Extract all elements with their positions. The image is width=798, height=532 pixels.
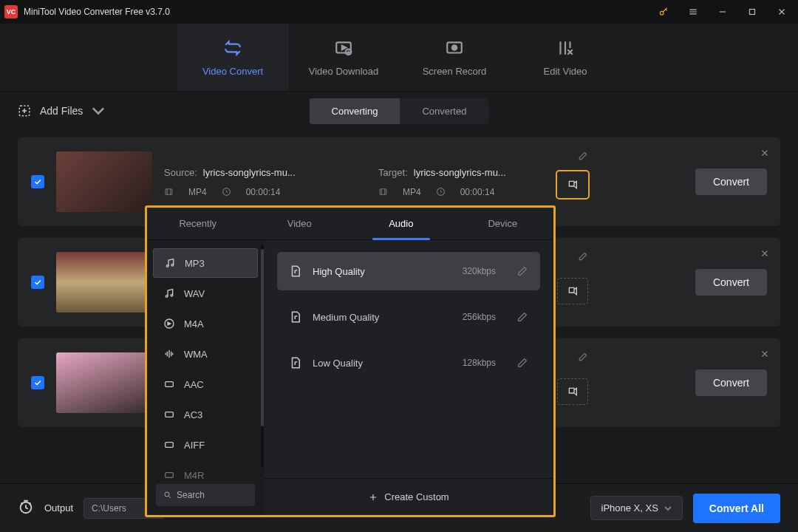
schedule-icon[interactable] [18, 499, 34, 518]
format-m4a[interactable]: M4A [153, 309, 258, 338]
duration: 00:00:14 [460, 187, 495, 197]
quality-label: Medium Quality [313, 312, 379, 323]
svg-rect-17 [166, 382, 174, 387]
bitrate: 256kbps [463, 312, 496, 322]
file-audio-icon [289, 265, 302, 278]
plus-icon [368, 492, 378, 502]
source-filename: lyrics-songlyrics-mu... [203, 167, 296, 178]
output-label: Output [44, 502, 73, 514]
target-format-button[interactable] [557, 171, 588, 198]
tab-audio[interactable]: Audio [350, 208, 452, 239]
tab-device[interactable]: Device [452, 208, 554, 239]
nav-label: Video Convert [202, 66, 263, 77]
quality-label: High Quality [313, 266, 365, 277]
minimize-icon[interactable] [711, 1, 734, 22]
checkbox[interactable] [31, 175, 44, 188]
svg-point-21 [165, 492, 169, 497]
record-icon [443, 38, 466, 58]
remove-row-icon[interactable] [760, 349, 770, 362]
format-aac[interactable]: AAC [153, 369, 258, 399]
device-dropdown[interactable]: iPhone X, XS [590, 496, 683, 520]
format-mp3[interactable]: MP3 [153, 248, 258, 278]
convert-button[interactable]: Convert [695, 168, 767, 195]
app-logo: VC [4, 5, 18, 18]
checkbox[interactable] [31, 276, 44, 289]
titlebar: VC MiniTool Video Converter Free v3.7.0 [0, 0, 798, 24]
svg-rect-10 [380, 189, 386, 195]
tab-video[interactable]: Video [249, 208, 351, 239]
bitrate: 320kbps [463, 266, 496, 276]
remove-row-icon[interactable] [760, 148, 770, 161]
nav-video-convert[interactable]: Video Convert [177, 24, 288, 91]
hamburger-icon[interactable] [681, 1, 705, 22]
quality-label: Low Quality [313, 358, 363, 369]
app-title: MiniTool Video Converter Free v3.7.0 [24, 7, 646, 17]
edit-target-icon[interactable] [578, 251, 588, 265]
quality-list: High Quality 320kbps Medium Quality 256k… [264, 240, 553, 515]
svg-point-12 [166, 265, 168, 267]
chevron-down-icon [92, 104, 105, 117]
create-custom-label: Create Custom [384, 491, 449, 502]
edit-icon[interactable] [516, 265, 528, 277]
svg-marker-3 [342, 46, 346, 50]
tab-converted[interactable]: Converted [400, 98, 488, 124]
target-filename: lyrics-songlyrics-mu... [414, 167, 506, 178]
close-icon[interactable] [770, 1, 794, 22]
svg-point-0 [660, 11, 664, 15]
main-nav: Video Convert Video Download Screen Reco… [0, 24, 798, 92]
convert-all-button[interactable]: Convert All [693, 494, 780, 523]
quality-medium[interactable]: Medium Quality 256kbps [277, 298, 540, 336]
target-label: Target: [378, 167, 408, 178]
svg-point-14 [166, 296, 168, 298]
target-format-button[interactable] [557, 278, 588, 304]
convert-button[interactable]: Convert [695, 369, 767, 396]
format-wav[interactable]: WAV [153, 279, 258, 308]
thumbnail[interactable] [56, 151, 152, 212]
maximize-icon[interactable] [740, 1, 764, 22]
format-aiff[interactable]: AIFF [153, 430, 258, 460]
thumbnail[interactable] [56, 352, 152, 413]
nav-edit-video[interactable]: Edit Video [510, 24, 621, 91]
edit-icon[interactable] [516, 311, 528, 323]
edit-target-icon[interactable] [578, 352, 588, 365]
nav-screen-record[interactable]: Screen Record [399, 24, 510, 91]
nav-label: Video Download [309, 66, 378, 77]
edit-icon[interactable] [516, 357, 528, 369]
file-audio-icon [289, 310, 302, 324]
nav-label: Edit Video [543, 66, 587, 77]
nav-video-download[interactable]: Video Download [288, 24, 399, 91]
svg-rect-19 [166, 443, 174, 448]
checkbox[interactable] [31, 376, 44, 389]
create-custom-button[interactable]: Create Custom [264, 478, 553, 515]
add-files-label: Add Files [40, 105, 83, 117]
thumbnail[interactable] [56, 252, 152, 313]
quality-low[interactable]: Low Quality 128kbps [277, 344, 540, 382]
format-popup: Recently Video Audio Device MP3 WAV M4A … [145, 205, 556, 517]
target-format-button[interactable] [557, 378, 588, 405]
edit-video-icon [554, 38, 576, 58]
file-meta: Source:lyrics-songlyrics-mu... Target:ly… [164, 167, 767, 197]
format-list: MP3 WAV M4A WMA AAC AC3 AIFF M4R Search [147, 240, 264, 515]
add-files-button[interactable]: Add Files [18, 104, 105, 117]
format-wma[interactable]: WMA [153, 339, 258, 369]
remove-row-icon[interactable] [760, 248, 770, 262]
duration: 00:00:14 [246, 187, 281, 197]
add-icon [18, 104, 31, 117]
status-segment: Converting Converted [310, 98, 489, 124]
format-ac3[interactable]: AC3 [153, 400, 258, 429]
svg-rect-20 [166, 473, 174, 478]
tab-converting[interactable]: Converting [310, 98, 400, 124]
svg-rect-8 [166, 189, 172, 195]
svg-point-15 [171, 294, 173, 296]
device-value: iPhone X, XS [601, 502, 658, 514]
nav-label: Screen Record [423, 66, 487, 77]
convert-button[interactable]: Convert [695, 269, 767, 296]
key-icon[interactable] [652, 1, 675, 22]
edit-target-icon[interactable] [578, 151, 588, 164]
svg-point-13 [171, 264, 174, 266]
quality-high[interactable]: High Quality 320kbps [277, 252, 540, 290]
codec: MP4 [403, 187, 421, 197]
tab-recently[interactable]: Recently [147, 208, 249, 239]
format-search-input[interactable]: Search [156, 484, 255, 506]
film-icon [164, 187, 174, 197]
